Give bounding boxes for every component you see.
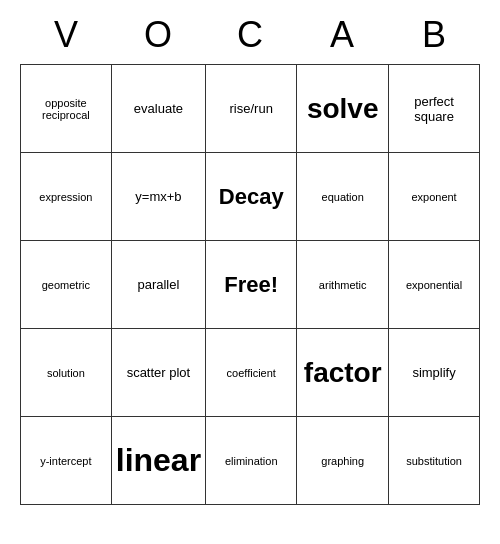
cell-r2-c4: exponential — [389, 241, 480, 329]
title-row: V O C A B — [20, 10, 480, 60]
title-letter-v: V — [20, 10, 112, 60]
cell-r1-c1: y=mx+b — [111, 153, 205, 241]
title-letter-c: C — [204, 10, 296, 60]
title-letter-b: B — [388, 10, 480, 60]
cell-r0-c3: solve — [297, 65, 389, 153]
cell-r4-c3: graphing — [297, 417, 389, 505]
cell-r3-c1: scatter plot — [111, 329, 205, 417]
cell-r2-c0: geometric — [21, 241, 112, 329]
cell-r4-c1: linear — [111, 417, 205, 505]
cell-r3-c3: factor — [297, 329, 389, 417]
cell-r1-c2: Decay — [206, 153, 297, 241]
cell-r3-c4: simplify — [389, 329, 480, 417]
cell-r1-c4: exponent — [389, 153, 480, 241]
cell-r4-c2: elimination — [206, 417, 297, 505]
cell-r4-c4: substitution — [389, 417, 480, 505]
cell-r0-c4: perfect square — [389, 65, 480, 153]
cell-r2-c3: arithmetic — [297, 241, 389, 329]
cell-r3-c0: solution — [21, 329, 112, 417]
cell-r0-c1: evaluate — [111, 65, 205, 153]
cell-r1-c0: expression — [21, 153, 112, 241]
cell-r2-c2: Free! — [206, 241, 297, 329]
cell-r0-c2: rise/run — [206, 65, 297, 153]
cell-r4-c0: y-intercept — [21, 417, 112, 505]
cell-r2-c1: parallel — [111, 241, 205, 329]
cell-r1-c3: equation — [297, 153, 389, 241]
bingo-grid: opposite reciprocalevaluaterise/runsolve… — [20, 64, 480, 505]
cell-r0-c0: opposite reciprocal — [21, 65, 112, 153]
title-letter-a: A — [296, 10, 388, 60]
title-letter-o: O — [112, 10, 204, 60]
cell-r3-c2: coefficient — [206, 329, 297, 417]
